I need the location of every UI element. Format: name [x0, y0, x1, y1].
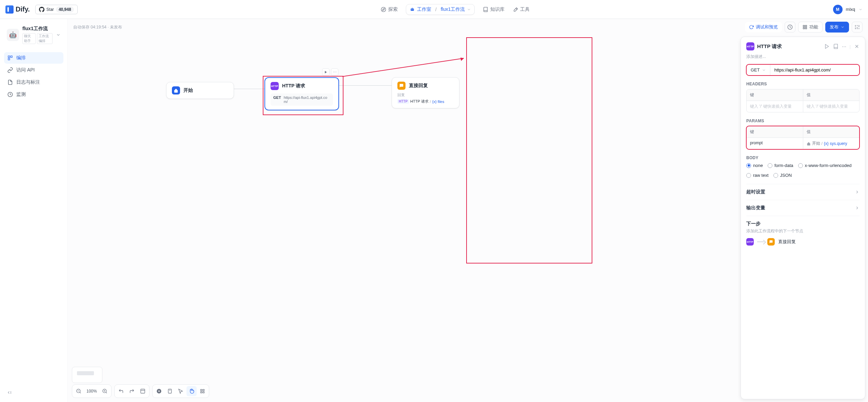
node-reply[interactable]: 直接回复 回复 HTTP HTTP 请求 / {x} files	[392, 77, 459, 108]
radio-icon	[798, 163, 803, 168]
next-step-title: 下一步	[746, 221, 860, 227]
svg-marker-24	[460, 58, 464, 61]
collapse-icon	[7, 390, 12, 395]
svg-rect-32	[141, 389, 145, 393]
col-key: 键	[747, 89, 803, 101]
close-icon[interactable]	[854, 44, 860, 49]
undo-icon	[118, 388, 124, 394]
nav-explore[interactable]: 探索	[381, 6, 398, 13]
header-value-input[interactable]: 键入 '/' 键快速插入变量	[803, 101, 860, 112]
play-icon[interactable]	[824, 44, 830, 49]
zoom-level[interactable]: 100%	[84, 389, 99, 394]
body-option-raw[interactable]: raw text	[746, 173, 769, 178]
sidebar-item-logs[interactable]: 日志与标注	[4, 77, 63, 88]
organize-icon	[200, 388, 205, 394]
nav-studio[interactable]: 工作室 / flux1工作流	[406, 4, 475, 15]
params-table: 键 值 prompt 开始 / {x} sys.query	[746, 126, 860, 149]
book-icon	[483, 7, 488, 12]
body-option-json[interactable]: JSON	[773, 173, 792, 178]
svg-marker-43	[825, 44, 828, 48]
redo-button[interactable]	[127, 386, 137, 396]
app-name: flux1工作流	[22, 26, 53, 32]
minimap[interactable]	[72, 367, 102, 383]
robot-icon	[410, 7, 415, 12]
url-input[interactable]	[770, 65, 859, 75]
chevron-down-icon[interactable]	[859, 7, 863, 12]
sidebar-item-monitor[interactable]: 监测	[4, 89, 63, 100]
refresh-icon	[749, 25, 754, 29]
hand-button[interactable]	[186, 386, 197, 396]
node-start[interactable]: 开始	[166, 82, 234, 99]
sidebar-collapse-button[interactable]	[4, 387, 63, 398]
http-badge-icon: HTTP	[397, 99, 409, 104]
history-button[interactable]	[785, 22, 795, 33]
bottom-toolbar: 100%	[72, 384, 209, 398]
zoom-out-icon	[76, 388, 81, 394]
param-key[interactable]: prompt	[747, 138, 803, 149]
svg-rect-14	[805, 27, 807, 29]
username[interactable]: mlxq	[846, 7, 855, 12]
radio-icon	[746, 173, 751, 178]
features-button[interactable]: 功能	[798, 22, 823, 33]
book-icon[interactable]	[833, 44, 839, 49]
svg-rect-13	[805, 25, 807, 27]
body-option-formdata[interactable]: form-data	[768, 163, 793, 168]
param-value[interactable]: 开始 / {x} sys.query	[803, 138, 860, 149]
undo-button[interactable]	[116, 386, 126, 396]
svg-rect-41	[200, 392, 202, 393]
body-option-none[interactable]: none	[746, 163, 763, 168]
nav-knowledge[interactable]: 知识库	[483, 6, 505, 13]
app-icon: 🤖	[7, 29, 19, 41]
publish-button[interactable]: 发布	[825, 22, 849, 33]
zoom-in-button[interactable]	[100, 386, 110, 396]
method-select[interactable]: GET	[747, 65, 770, 75]
timeout-section[interactable]: 超时设置	[746, 184, 860, 200]
organize-button[interactable]	[197, 386, 208, 396]
connector-icon	[757, 241, 764, 242]
breadcrumb-workflow[interactable]: flux1工作流	[441, 6, 465, 13]
col-value: 值	[803, 89, 860, 101]
github-badge[interactable]: Star 40,948	[35, 5, 78, 14]
sidebar-item-api[interactable]: 访问 API	[4, 64, 63, 76]
header-key-input[interactable]: 键入 '/' 键快速插入变量	[747, 101, 803, 112]
headers-table: 键 值 键入 '/' 键快速插入变量 键入 '/' 键快速插入变量	[746, 89, 860, 112]
body-label: BODY	[746, 155, 860, 160]
edge	[339, 85, 392, 86]
sidebar-item-orchestrate[interactable]: 编排	[4, 52, 63, 64]
pointer-icon	[178, 388, 183, 394]
http-icon: HTTP	[271, 82, 279, 90]
svg-line-23	[342, 58, 464, 77]
svg-rect-42	[203, 392, 204, 393]
chevron-down-icon[interactable]	[56, 33, 61, 37]
nav-left: Dify. Star 40,948	[5, 5, 78, 14]
nav-tools[interactable]: 工具	[513, 6, 530, 13]
body-option-urlencoded[interactable]: x-www-form-urlencoded	[798, 163, 852, 168]
nav-center: 探索 工作室 / flux1工作流 知识库 工具	[381, 4, 530, 15]
node-http[interactable]: ⋯ HTTP HTTP 请求 GET https://api-flux1.api…	[264, 77, 339, 110]
debug-button[interactable]: 调试和预览	[745, 22, 782, 32]
output-section[interactable]: 输出变量	[746, 200, 860, 216]
panel-desc[interactable]: 添加描述...	[746, 54, 860, 60]
api-icon	[7, 67, 13, 73]
add-node-button[interactable]	[154, 386, 164, 396]
node-run-button[interactable]	[322, 68, 330, 76]
node-more-button[interactable]: ⋯	[331, 68, 338, 76]
more-button[interactable]: ⋯	[842, 44, 846, 49]
avatar[interactable]: M	[833, 5, 843, 14]
logo[interactable]: Dify.	[5, 5, 30, 14]
next-node-row[interactable]: HTTP 直接回复	[746, 238, 860, 246]
zoom-in-icon	[102, 388, 107, 394]
settings-button[interactable]	[852, 22, 863, 33]
pointer-button[interactable]	[176, 386, 186, 396]
svg-point-3	[411, 9, 412, 10]
svg-rect-12	[803, 25, 805, 27]
note-button[interactable]	[165, 386, 175, 396]
svg-line-29	[106, 392, 107, 393]
app-card[interactable]: 🤖 flux1工作流 聊天助手 工作流编排	[4, 23, 63, 47]
ref-node: HTTP 请求	[410, 99, 429, 104]
reply-icon	[767, 238, 775, 246]
zoom-out-button[interactable]	[74, 386, 84, 396]
next-step-section: 下一步 添加此工作流程中的下一个节点 HTTP 直接回复	[746, 216, 860, 246]
next-step-desc: 添加此工作流程中的下一个节点	[746, 228, 860, 234]
layout-button[interactable]	[138, 386, 148, 396]
